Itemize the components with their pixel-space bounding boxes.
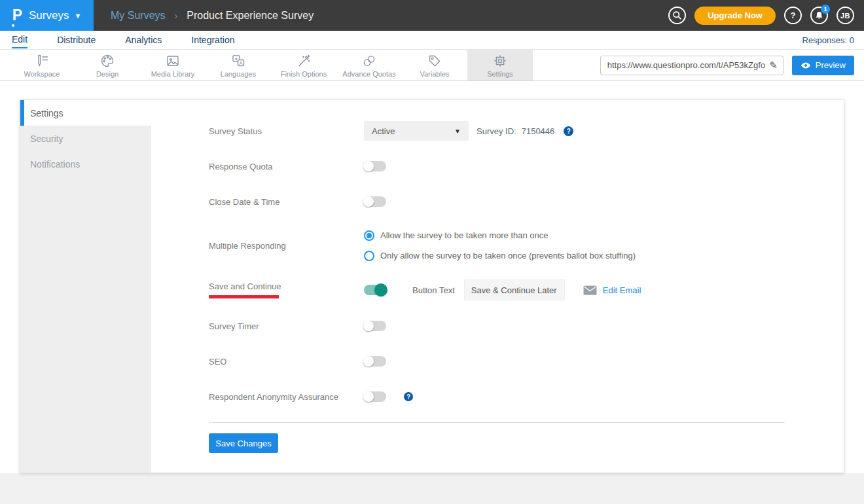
- toolbar-item-media-library[interactable]: Media Library: [140, 50, 206, 81]
- close-date-row: Close Date & Time: [209, 192, 804, 211]
- breadcrumb-my-surveys[interactable]: My Surveys: [111, 10, 166, 22]
- seo-toggle[interactable]: [364, 356, 386, 367]
- tab-edit[interactable]: Edit: [12, 32, 27, 48]
- button-text-label: Button Text: [412, 285, 455, 295]
- product-name: Surveys: [29, 9, 69, 22]
- preview-button[interactable]: Preview: [792, 56, 854, 75]
- response-quota-label: Response Quota: [209, 162, 364, 171]
- survey-status-dropdown[interactable]: Active ▼: [364, 121, 469, 141]
- settings-card: Settings Security Notifications Survey S…: [20, 99, 844, 473]
- upgrade-now-button[interactable]: Upgrade Now: [694, 7, 776, 25]
- settings-gear-icon: [492, 53, 508, 69]
- survey-timer-toggle[interactable]: [364, 321, 386, 331]
- settings-sidebar: Settings Security Notifications: [20, 100, 151, 473]
- survey-url-box: ✎: [600, 56, 783, 75]
- toolbar-item-variables[interactable]: Variables: [402, 50, 467, 81]
- finish-options-wand-icon: [296, 53, 312, 69]
- red-underline-highlight: [209, 295, 279, 298]
- settings-form: Survey Status Active ▼ Survey ID: 715044…: [209, 100, 804, 453]
- notification-count-badge: 1: [821, 5, 830, 14]
- breadcrumb-separator-icon: ›: [175, 10, 178, 21]
- design-palette-icon: [99, 53, 115, 69]
- respondent-anonymity-row: Respondent Anonymity Assurance ?: [209, 387, 804, 406]
- seo-label: SEO: [209, 357, 364, 367]
- seo-row: SEO: [209, 351, 804, 371]
- tab-analytics[interactable]: Analytics: [125, 33, 162, 48]
- user-avatar[interactable]: JB: [837, 7, 854, 24]
- sidebar-item-notifications[interactable]: Notifications: [20, 151, 151, 177]
- breadcrumb-current-survey: Product Experience Survey: [187, 10, 314, 22]
- survey-timer-label: Survey Timer: [209, 321, 364, 331]
- survey-status-row: Survey Status Active ▼ Survey ID: 715044…: [209, 121, 804, 141]
- top-header: P Surveys ▼ My Surveys › Product Experie…: [0, 0, 864, 31]
- toolbar-item-languages[interactable]: A Languages: [206, 50, 271, 81]
- save-and-continue-row: Save and Continue Button Text Edit Email: [209, 279, 804, 300]
- header-actions: Upgrade Now ? 1 JB: [668, 7, 864, 25]
- edit-url-pencil-icon[interactable]: ✎: [769, 60, 778, 71]
- multiple-responding-row: Multiple Responding Allow the survey to …: [209, 227, 804, 264]
- multiple-responding-label: Multiple Responding: [209, 241, 364, 251]
- response-quota-row: Response Quota: [209, 156, 804, 176]
- radio-selected-icon: [364, 230, 374, 241]
- edit-email-action[interactable]: Edit Email: [583, 285, 641, 295]
- search-icon: [672, 10, 682, 20]
- questionpro-logo-icon: P: [12, 8, 22, 23]
- toolbar-item-design[interactable]: Design: [75, 50, 140, 81]
- survey-url-area: ✎ Preview: [600, 50, 864, 81]
- chevron-down-icon: ▼: [74, 12, 81, 20]
- workspace-icon: [34, 53, 50, 69]
- chevron-down-icon: ▼: [454, 128, 461, 135]
- survey-id-label: Survey ID:: [477, 126, 516, 136]
- survey-id-value: 7150446: [522, 126, 555, 136]
- radio-unselected-icon: [364, 251, 374, 261]
- toolbar-item-advance-quotas[interactable]: Advance Quotas: [336, 50, 402, 81]
- response-quota-toggle[interactable]: [364, 161, 386, 171]
- save-and-continue-label: Save and Continue: [209, 281, 364, 298]
- envelope-icon: [583, 285, 597, 295]
- svg-text:A: A: [239, 60, 242, 65]
- close-date-toggle[interactable]: [364, 196, 386, 207]
- eye-icon: [801, 62, 811, 69]
- languages-icon: A: [230, 53, 246, 69]
- survey-nav-tabs: Edit Distribute Analytics Integration Re…: [0, 31, 864, 50]
- edit-email-link: Edit Email: [603, 285, 641, 295]
- survey-status-label: Survey Status: [209, 126, 364, 136]
- breadcrumb: My Surveys › Product Experience Survey: [111, 10, 314, 22]
- form-divider: [209, 422, 785, 423]
- survey-id-help-icon[interactable]: ?: [564, 126, 573, 136]
- edit-toolbar: Workspace Design Media Library A Languag…: [0, 50, 864, 81]
- search-button[interactable]: [668, 7, 686, 24]
- advance-quotas-links-icon: [361, 53, 377, 69]
- close-date-label: Close Date & Time: [209, 197, 364, 207]
- variables-tag-icon: [427, 53, 442, 69]
- sidebar-item-security[interactable]: Security: [20, 126, 151, 151]
- survey-timer-row: Survey Timer: [209, 316, 804, 336]
- toolbar-item-finish-options[interactable]: Finish Options: [271, 50, 336, 81]
- toolbar-item-workspace[interactable]: Workspace: [9, 50, 75, 81]
- media-library-icon: [165, 53, 181, 69]
- save-changes-button[interactable]: Save Changes: [209, 433, 278, 453]
- tab-integration[interactable]: Integration: [191, 33, 234, 48]
- sidebar-item-settings[interactable]: Settings: [20, 100, 151, 126]
- toolbar-item-settings[interactable]: Settings: [467, 50, 533, 81]
- responses-count: Responses: 0: [802, 35, 855, 45]
- radio-allow-multiple[interactable]: Allow the survey to be taken more than o…: [364, 230, 636, 241]
- help-button[interactable]: ?: [784, 7, 802, 24]
- respondent-anonymity-help-icon[interactable]: ?: [404, 392, 413, 401]
- respondent-anonymity-label: Respondent Anonymity Assurance: [209, 392, 364, 402]
- notifications-button[interactable]: 1: [810, 7, 828, 24]
- button-text-input[interactable]: [464, 279, 565, 300]
- tab-distribute[interactable]: Distribute: [57, 33, 96, 48]
- survey-url-input[interactable]: [607, 60, 769, 70]
- save-and-continue-toggle[interactable]: [364, 285, 386, 295]
- product-switcher[interactable]: P Surveys ▼: [0, 0, 94, 31]
- radio-allow-once[interactable]: Only allow the survey to be taken once (…: [364, 251, 636, 261]
- respondent-anonymity-toggle[interactable]: [364, 391, 386, 402]
- question-mark-icon: ?: [791, 10, 796, 20]
